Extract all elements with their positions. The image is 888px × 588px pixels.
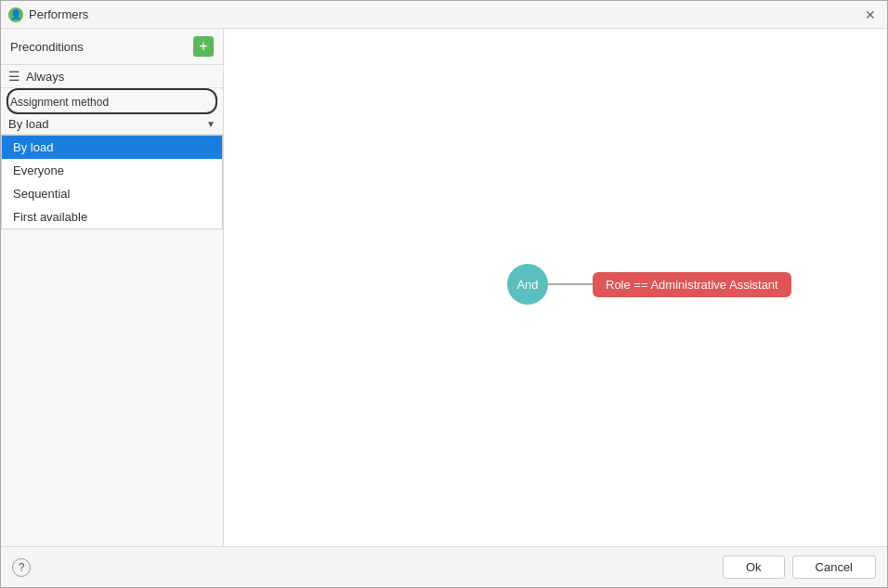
dropdown-option-by-load[interactable]: By load [2,136,222,159]
assignment-method-label: Assignment method [10,96,109,109]
cancel-button[interactable]: Cancel [792,555,876,579]
and-node[interactable]: And [507,264,548,305]
dropdown-option-sequential[interactable]: Sequential [2,182,222,205]
dropdown-option-everyone[interactable]: Everyone [2,159,222,182]
title-bar-left: 👤 Performers [8,7,88,22]
and-node-label: And [516,278,538,292]
bottom-bar: ? Ok Cancel [1,546,887,587]
sidebar-header: Preconditions + [1,29,223,65]
window-icon: 👤 [8,7,23,22]
performers-window: 👤 Performers ✕ Preconditions + ☰ Always … [0,0,888,588]
dropdown-option-first-available[interactable]: First available [2,205,222,229]
dropdown-selected-value: By load [8,117,48,131]
role-node-label: Role == Administrative Assistant [606,278,778,292]
list-icon: ☰ [8,69,20,84]
content-area: Preconditions + ☰ Always Assignment meth… [1,29,887,546]
ok-button[interactable]: Ok [723,555,785,579]
connector-line [548,283,594,285]
assignment-method-dropdown[interactable]: By load ▼ [1,114,223,135]
add-precondition-button[interactable]: + [193,36,214,57]
assignment-method-container: Assignment method [1,88,223,114]
help-icon[interactable]: ? [12,558,31,577]
always-label: Always [26,70,64,84]
preconditions-label: Preconditions [10,40,84,54]
always-row: ☰ Always [1,65,223,88]
close-button[interactable]: ✕ [861,6,880,24]
main-canvas: And Role == Administrative Assistant [224,29,887,546]
sidebar: Preconditions + ☰ Always Assignment meth… [1,29,224,546]
role-node[interactable]: Role == Administrative Assistant [593,272,791,297]
bottom-buttons: Ok Cancel [723,555,876,579]
chevron-down-icon: ▼ [206,119,215,129]
window-title: Performers [29,7,88,21]
title-bar: 👤 Performers ✕ [1,1,887,29]
dropdown-list: By load Everyone Sequential First availa… [1,135,223,229]
help-label: ? [19,561,25,574]
